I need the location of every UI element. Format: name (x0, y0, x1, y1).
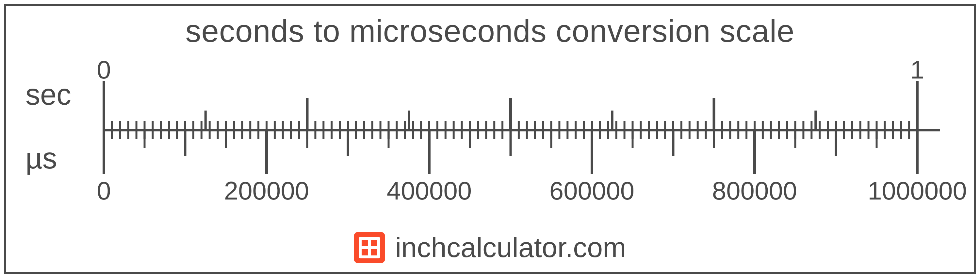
unit-label-microseconds: µs (25, 142, 57, 175)
bottom-tick-label: 400000 (387, 176, 472, 206)
bottom-tick-label: 600000 (549, 176, 635, 206)
ruler: 0102000004000006000008000001000000 (91, 58, 953, 202)
footer: inchcalculator.com (6, 231, 974, 264)
top-tick-label: 1 (910, 55, 924, 85)
diagram-frame: seconds to microseconds conversion scale… (4, 4, 976, 274)
brand-name: inchcalculator.com (395, 231, 626, 264)
unit-label-seconds: sec (25, 78, 71, 112)
bottom-tick-label: 200000 (224, 176, 309, 206)
bottom-tick-label: 1000000 (868, 176, 967, 206)
bottom-tick-label: 800000 (712, 176, 797, 206)
bottom-tick-label: 0 (97, 176, 111, 206)
top-tick-label: 0 (97, 55, 111, 85)
brand-logo-icon (354, 232, 385, 263)
page-title: seconds to microseconds conversion scale (6, 13, 974, 49)
ruler-svg (91, 58, 953, 202)
